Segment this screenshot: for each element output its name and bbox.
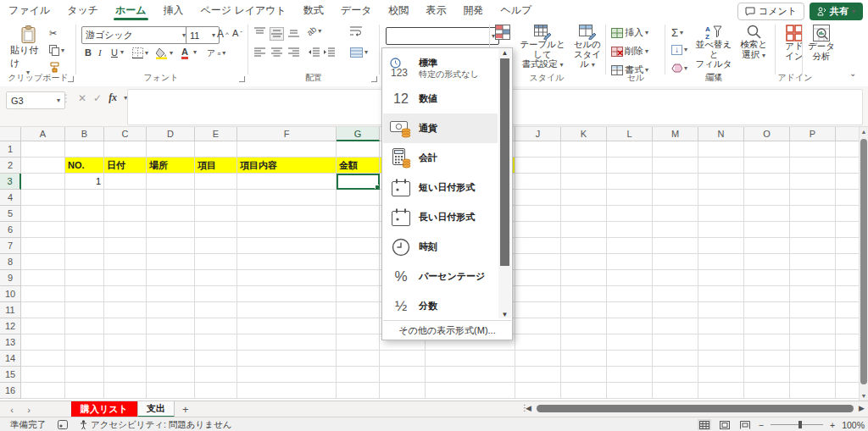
format-option-short-date[interactable]: 短い日付形式 xyxy=(383,173,498,202)
borders-button[interactable]: ▾ xyxy=(132,47,148,58)
grid-cell-x13[interactable] xyxy=(836,334,860,351)
comments-button[interactable]: コメント xyxy=(737,3,804,20)
grid-cell-H14[interactable] xyxy=(380,351,426,367)
bold-button[interactable]: B xyxy=(85,47,92,58)
menu-tab-page-layout[interactable]: ページ レイアウト xyxy=(192,0,295,21)
grid-cell-G3[interactable] xyxy=(337,174,380,190)
format-option-number[interactable]: 12 数値 xyxy=(383,84,498,113)
grid-cell-F10[interactable] xyxy=(237,286,337,302)
grid-cell-O11[interactable] xyxy=(744,302,790,318)
grid-cell-L14[interactable] xyxy=(607,351,653,367)
grid-cell-F9[interactable] xyxy=(237,270,337,286)
grid-cell-D4[interactable] xyxy=(147,190,195,206)
grid-cell-G16[interactable] xyxy=(337,383,380,399)
grid-cell-x3[interactable] xyxy=(836,174,860,190)
grid-cell-C10[interactable] xyxy=(104,286,147,302)
underline-options-chevron[interactable]: ▾ xyxy=(120,49,124,56)
grid-cell-F8[interactable] xyxy=(237,254,337,270)
grid-cell-P2[interactable] xyxy=(790,157,836,174)
scroll-left-arrow[interactable]: ◀ xyxy=(526,404,531,412)
grid-cell-D11[interactable] xyxy=(147,302,195,318)
grid-cell-B10[interactable] xyxy=(65,286,104,302)
align-bottom-button[interactable] xyxy=(288,27,299,37)
column-header-E[interactable]: E xyxy=(195,127,237,141)
row-header-16[interactable]: 16 xyxy=(0,383,21,399)
column-header-K[interactable]: K xyxy=(561,127,607,141)
grid-cell-x9[interactable] xyxy=(836,270,860,286)
menu-tab-review[interactable]: 校閲 xyxy=(380,0,417,21)
grid-cell-H15[interactable] xyxy=(380,367,426,383)
grid-cell-x16[interactable] xyxy=(836,383,860,399)
grid-cell-B15[interactable] xyxy=(65,367,104,383)
grid-cell-J7[interactable] xyxy=(515,238,561,254)
grid-cell-E15[interactable] xyxy=(195,367,237,383)
grid-cell-F14[interactable] xyxy=(237,351,337,367)
grid-cell-x5[interactable] xyxy=(836,206,860,222)
grid-cell-F3[interactable] xyxy=(237,174,337,190)
grid-cell-A1[interactable] xyxy=(21,141,65,157)
copy-button[interactable]: ▾ xyxy=(49,45,64,56)
format-option-general[interactable]: 123 標準特定の形式なし xyxy=(383,52,498,84)
grid-cell-x6[interactable] xyxy=(836,222,860,238)
data-analysis-button[interactable]: データ分析 xyxy=(805,25,837,61)
column-header-A[interactable]: A xyxy=(21,127,65,141)
grid-cell-M9[interactable] xyxy=(653,270,698,286)
grid-cell-E9[interactable] xyxy=(195,270,237,286)
paste-button[interactable]: 貼り付け ▾ xyxy=(10,25,46,76)
grid-cell-B16[interactable] xyxy=(65,383,104,399)
horizontal-scrollbar[interactable]: ◀ ▶ xyxy=(526,403,865,413)
italic-button[interactable]: I xyxy=(98,47,102,58)
zoom-level[interactable]: 100% xyxy=(842,420,865,430)
grid-cell-N3[interactable] xyxy=(698,174,744,190)
grid-cell-K2[interactable] xyxy=(561,157,607,174)
row-header-9[interactable]: 9 xyxy=(0,270,21,286)
grid-cell-L4[interactable] xyxy=(607,190,653,206)
grid-cell-O7[interactable] xyxy=(744,238,790,254)
grid-cell-B3[interactable]: 1 xyxy=(65,174,104,190)
grid-cell-C14[interactable] xyxy=(104,351,147,367)
grid-cell-P8[interactable] xyxy=(790,254,836,270)
grid-cell-C6[interactable] xyxy=(104,222,147,238)
font-size-combobox[interactable]: 11 ▾ xyxy=(186,26,220,44)
scroll-right-arrow[interactable]: ▶ xyxy=(859,404,865,412)
grid-cell-O13[interactable] xyxy=(744,334,790,351)
grid-cell-O10[interactable] xyxy=(744,286,790,302)
font-color-chevron[interactable]: ▾ xyxy=(193,49,197,56)
grid-cell-P12[interactable] xyxy=(790,318,836,334)
vertical-scrollbar[interactable]: ▲ ▼ xyxy=(859,127,868,401)
grid-cell-A5[interactable] xyxy=(21,206,65,222)
grid-cell-M13[interactable] xyxy=(653,334,698,351)
grid-cell-G13[interactable] xyxy=(337,334,380,351)
grid-cell-K1[interactable] xyxy=(561,141,607,157)
font-family-combobox[interactable]: 游ゴシック ▾ xyxy=(81,26,190,44)
grid-cell-F11[interactable] xyxy=(237,302,337,318)
select-all-corner[interactable] xyxy=(0,127,21,141)
sheet-prev-arrow[interactable]: ‹ xyxy=(3,401,20,417)
grid-cell-N16[interactable] xyxy=(698,383,744,399)
grid-cell-I15[interactable] xyxy=(426,367,515,383)
alignment-dialog-launcher[interactable] xyxy=(371,76,377,82)
grid-cell-M10[interactable] xyxy=(653,286,698,302)
sheet-tab-expenses[interactable]: 支出 xyxy=(137,401,175,417)
grid-cell-L5[interactable] xyxy=(607,206,653,222)
grid-cell-D5[interactable] xyxy=(147,206,195,222)
shrink-font-button[interactable]: Aˇ xyxy=(232,28,242,38)
grid-cell-D7[interactable] xyxy=(147,238,195,254)
menu-tab-data[interactable]: データ xyxy=(332,0,381,21)
grid-cell-E13[interactable] xyxy=(195,334,237,351)
grid-cell-F12[interactable] xyxy=(237,318,337,334)
find-select-button[interactable]: 検索と選択 ▾ xyxy=(736,25,771,59)
grid-cell-J9[interactable] xyxy=(515,270,561,286)
grid-cell-J5[interactable] xyxy=(515,206,561,222)
grid-cell-G4[interactable] xyxy=(337,190,380,206)
grid-cell-C16[interactable] xyxy=(104,383,147,399)
format-option-long-date[interactable]: 長い日付形式 xyxy=(383,202,498,232)
grid-cell-D8[interactable] xyxy=(147,254,195,270)
grid-cell-L16[interactable] xyxy=(607,383,653,399)
share-button[interactable]: 共有 ▾ xyxy=(810,3,863,20)
insert-cells-button[interactable]: 挿入▾ xyxy=(611,26,648,39)
row-header-7[interactable]: 7 xyxy=(0,238,21,254)
cancel-icon[interactable]: ✕ xyxy=(78,92,86,104)
grid-cell-x1[interactable] xyxy=(836,141,860,157)
row-header-8[interactable]: 8 xyxy=(0,254,21,270)
